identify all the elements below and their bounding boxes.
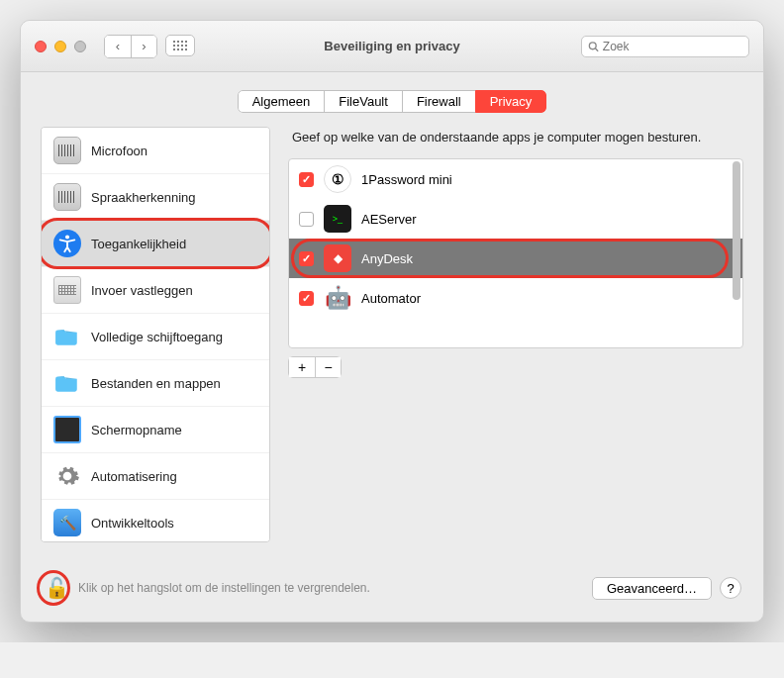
svg-point-2 (65, 236, 69, 240)
speech-icon (53, 183, 81, 211)
folder-icon (53, 369, 81, 397)
microphone-icon (53, 137, 81, 164)
accessibility-icon (53, 230, 81, 257)
folder-icon (53, 323, 81, 350)
sidebar-item-label: Schermopname (91, 423, 182, 437)
gear-icon (53, 462, 81, 490)
app-row[interactable]: 🤖Automator (289, 278, 742, 318)
screen-icon (53, 416, 81, 443)
traffic-lights (35, 41, 86, 52)
remove-button[interactable]: − (315, 357, 341, 377)
lock-button[interactable]: 🔓 (43, 574, 70, 602)
tab-privacy[interactable]: Privacy (475, 90, 547, 113)
sidebar-item-label: Ontwikkeltools (91, 516, 174, 531)
sidebar-item-dev[interactable]: Ontwikkeltools (42, 500, 269, 542)
lock-hint-text: Klik op het hangslot om de instellingen … (78, 581, 584, 595)
svg-point-0 (589, 42, 596, 48)
sidebar-item-access[interactable]: Toegankelijkheid (42, 221, 269, 267)
close-button[interactable] (35, 41, 47, 52)
add-remove-buttons: + − (288, 356, 342, 378)
minimize-button[interactable] (54, 41, 66, 52)
sidebar-item-gear[interactable]: Automatisering (42, 453, 269, 500)
help-button[interactable]: ? (720, 577, 741, 599)
checkbox[interactable] (299, 172, 314, 187)
preferences-window: ‹ › Beveiliging en privacy AlgemeenFileV… (20, 20, 764, 623)
highlight-annotation (291, 239, 729, 278)
sidebar-item-label: Bestanden en mappen (91, 376, 221, 391)
panel-description: Geef op welke van de onderstaande apps j… (288, 127, 743, 158)
grid-icon (173, 41, 187, 50)
app-name-label: 1Password mini (361, 172, 452, 187)
sidebar-item-label: Toegankelijkheid (91, 237, 186, 251)
tabs: AlgemeenFileVaultFirewallPrivacy (21, 72, 763, 127)
search-icon (588, 41, 599, 52)
1password-icon: ① (324, 165, 351, 193)
app-row[interactable]: ①1Password mini (289, 159, 742, 199)
automator-icon: 🤖 (324, 284, 351, 312)
add-button[interactable]: + (289, 357, 315, 377)
sidebar-item-folder[interactable]: Volledige schijftoegang (42, 314, 269, 360)
app-list[interactable]: ①1Password miniAEServerAnyDesk🤖Automator (288, 158, 743, 348)
sidebar-item-speech[interactable]: Spraakherkenning (42, 174, 269, 221)
show-all-button[interactable] (165, 35, 195, 56)
sidebar-item-screen[interactable]: Schermopname (42, 407, 269, 453)
titlebar: ‹ › Beveiliging en privacy (21, 21, 763, 72)
tab-firewall[interactable]: Firewall (402, 90, 476, 113)
app-row[interactable]: AEServer (289, 199, 742, 239)
checkbox[interactable] (299, 291, 314, 306)
app-name-label: Automator (361, 291, 421, 306)
scrollbar[interactable] (731, 161, 740, 345)
footer: 🔓 Klik op het hangslot om de instellinge… (21, 560, 763, 622)
privacy-sidebar[interactable]: MicrofoonSpraakherkenningToegankelijkhei… (41, 127, 270, 542)
zoom-button (74, 41, 86, 52)
anydesk-icon (324, 244, 351, 272)
keyboard-icon (53, 276, 81, 304)
app-name-label: AnyDesk (361, 251, 413, 266)
checkbox[interactable] (299, 251, 314, 266)
checkbox[interactable] (299, 212, 314, 227)
sidebar-item-mic[interactable]: Microfoon (42, 128, 269, 174)
app-name-label: AEServer (361, 212, 417, 227)
aeserver-icon (324, 205, 351, 233)
sidebar-item-keyboard[interactable]: Invoer vastleggen (42, 267, 269, 314)
nav-buttons: ‹ › (104, 35, 157, 58)
developer-icon (53, 509, 81, 536)
search-input[interactable] (603, 40, 742, 53)
sidebar-item-label: Microfoon (91, 144, 147, 158)
svg-line-1 (595, 48, 598, 51)
app-row[interactable]: AnyDesk (289, 239, 742, 278)
sidebar-item-folder[interactable]: Bestanden en mappen (42, 360, 269, 407)
sidebar-item-label: Automatisering (91, 469, 177, 484)
search-field[interactable] (581, 36, 749, 57)
sidebar-item-label: Spraakherkenning (91, 190, 196, 205)
tab-algemeen[interactable]: Algemeen (238, 90, 326, 113)
sidebar-item-label: Volledige schijftoegang (91, 330, 223, 344)
sidebar-item-label: Invoer vastleggen (91, 283, 193, 298)
back-button[interactable]: ‹ (105, 36, 131, 57)
unlock-icon: 🔓 (45, 576, 69, 600)
advanced-button[interactable]: Geavanceerd… (592, 577, 712, 600)
tab-filevault[interactable]: FileVault (324, 90, 403, 113)
forward-button[interactable]: › (131, 36, 156, 57)
detail-panel: Geef op welke van de onderstaande apps j… (288, 127, 743, 542)
